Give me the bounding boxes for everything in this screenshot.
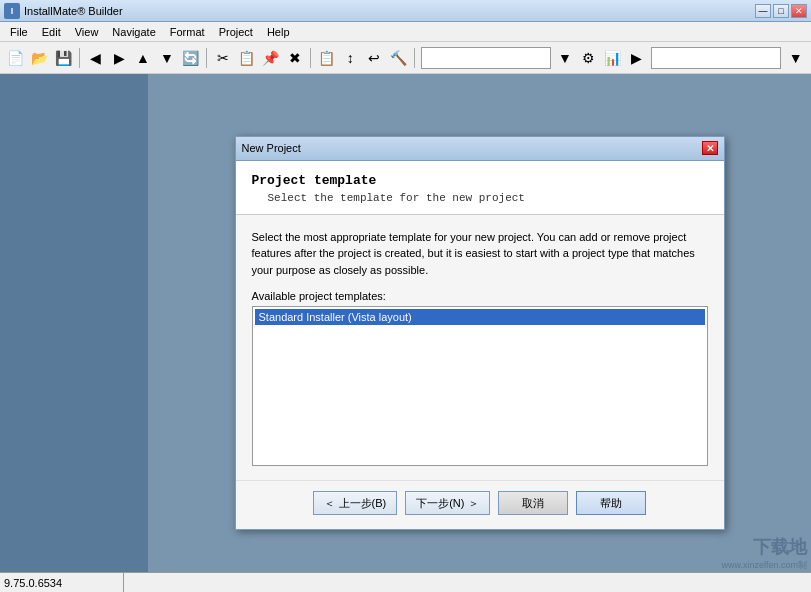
menu-help[interactable]: Help [261,25,296,39]
window-controls: — □ ✕ [755,4,807,18]
list-label: Available project templates: [252,290,708,302]
open-button[interactable]: 📂 [28,46,51,70]
back-button[interactable]: ＜ 上一步(B) [313,491,397,515]
loop2-button[interactable]: ↩ [363,46,386,70]
settings2-button[interactable]: 📊 [601,46,624,70]
dialog-body: Select the most appropriate template for… [236,215,724,481]
content-area: New Project ✕ Project template Select th… [148,74,811,592]
dialog-footer: ＜ 上一步(B) 下一步(N) ＞ 取消 帮助 [236,480,724,529]
menu-bar: File Edit View Navigate Format Project H… [0,22,811,42]
toolbar-input-1[interactable] [421,47,551,69]
title-bar: I InstallMate® Builder — □ ✕ [0,0,811,22]
close-button[interactable]: ✕ [791,4,807,18]
save-button[interactable]: 💾 [52,46,75,70]
copy-button[interactable]: 📋 [235,46,258,70]
play-button[interactable]: ▶ [625,46,648,70]
dialog-header: Project template Select the template for… [236,161,724,215]
main-area: New Project ✕ Project template Select th… [0,74,811,592]
dropdown2-button[interactable]: ▼ [784,46,807,70]
dialog-description: Select the most appropriate template for… [252,229,708,279]
list-item-standard[interactable]: Standard Installer (Vista layout) [255,309,705,325]
settings1-button[interactable]: ⚙ [577,46,600,70]
loop1-button[interactable]: ↕ [339,46,362,70]
paste-button[interactable]: 📌 [259,46,282,70]
separator-4 [414,48,415,68]
watermark: 下载地 www.xinzelfen.com制 [721,535,811,572]
separator-2 [206,48,207,68]
menu-format[interactable]: Format [164,25,211,39]
menu-file[interactable]: File [4,25,34,39]
separator-1 [79,48,80,68]
refresh-button[interactable]: 🔄 [179,46,202,70]
status-version: 9.75.0.6534 [4,573,124,592]
left-sidebar [0,74,148,592]
dropdown1-button[interactable]: ▼ [554,46,577,70]
cut-button[interactable]: ✂ [211,46,234,70]
dialog-header-title: Project template [252,173,708,188]
new-button[interactable]: 📄 [4,46,27,70]
dialog-header-subtitle: Select the template for the new project [252,192,708,204]
new-project-dialog: New Project ✕ Project template Select th… [235,136,725,531]
template-listbox[interactable]: Standard Installer (Vista layout) [252,306,708,466]
maximize-button[interactable]: □ [773,4,789,18]
menu-edit[interactable]: Edit [36,25,67,39]
app-icon: I [4,3,20,19]
delete-button[interactable]: ✖ [283,46,306,70]
next-button[interactable]: 下一步(N) ＞ [405,491,489,515]
dialog-title: New Project [242,142,702,154]
watermark-line2: www.xinzelfen.com制 [721,559,811,572]
menu-view[interactable]: View [69,25,105,39]
dialog-close-button[interactable]: ✕ [702,141,718,155]
separator-3 [310,48,311,68]
new2-button[interactable]: 📋 [315,46,338,70]
menu-navigate[interactable]: Navigate [106,25,161,39]
back-button[interactable]: ◀ [84,46,107,70]
toolbar: 📄 📂 💾 ◀ ▶ ▲ ▼ 🔄 ✂ 📋 📌 ✖ 📋 ↕ ↩ 🔨 ▼ ⚙ 📊 ▶ … [0,42,811,74]
cancel-button[interactable]: 取消 [498,491,568,515]
dialog-title-bar: New Project ✕ [236,137,724,161]
toolbar-input-2[interactable] [651,47,781,69]
build-button[interactable]: 🔨 [387,46,410,70]
help-button[interactable]: 帮助 [576,491,646,515]
watermark-line1: 下载地 [721,535,811,559]
down-button[interactable]: ▼ [155,46,178,70]
menu-project[interactable]: Project [213,25,259,39]
dialog-overlay: New Project ✕ Project template Select th… [148,74,811,592]
status-bar: 9.75.0.6534 [0,572,811,592]
minimize-button[interactable]: — [755,4,771,18]
up-button[interactable]: ▲ [132,46,155,70]
forward-button[interactable]: ▶ [108,46,131,70]
app-title: InstallMate® Builder [24,5,755,17]
